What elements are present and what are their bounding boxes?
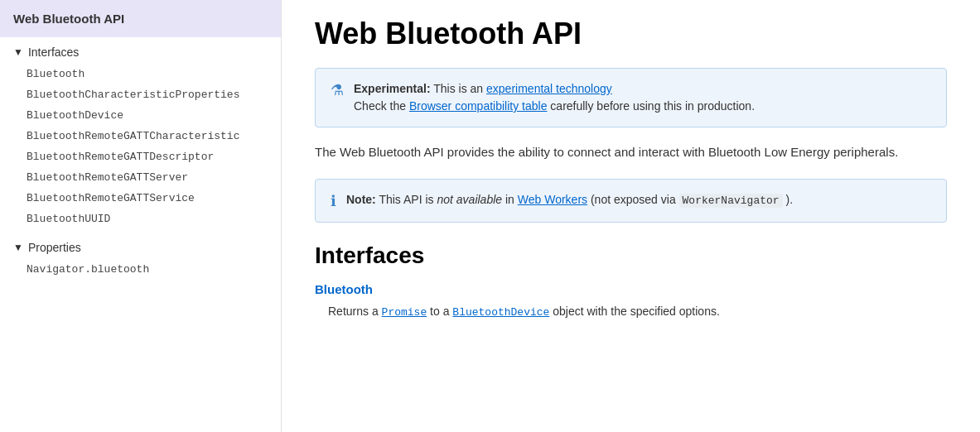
sidebar-section-properties: ▼ Properties Navigator.bluetooth	[0, 233, 281, 283]
info-icon: ℹ	[331, 192, 336, 210]
properties-section-label: Properties	[28, 241, 81, 254]
promise-link[interactable]: Promise	[382, 306, 427, 319]
sidebar-item-bluetooth-device[interactable]: BluetoothDevice	[0, 105, 281, 126]
bluetooth-interface-description: Returns a Promise to a BluetoothDevice o…	[315, 303, 947, 321]
properties-items: Navigator.bluetooth	[0, 259, 281, 280]
browser-compatibility-link[interactable]: Browser compatibility table	[409, 99, 548, 113]
page-title: Web Bluetooth API	[315, 17, 947, 51]
sidebar-item-bluetooth[interactable]: Bluetooth	[0, 64, 281, 84]
interfaces-arrow-icon: ▼	[13, 46, 23, 58]
sidebar-item-bluetooth-uuid[interactable]: BluetoothUUID	[0, 209, 281, 229]
intro-text: The Web Bluetooth API provides the abili…	[315, 142, 947, 162]
properties-arrow-icon: ▼	[13, 242, 23, 253]
sidebar-item-bluetooth-remote-gatt-service[interactable]: BluetoothRemoteGATTService	[0, 188, 281, 209]
interfaces-section-label: Interfaces	[28, 46, 79, 59]
sidebar-item-navigator-bluetooth[interactable]: Navigator.bluetooth	[0, 259, 281, 280]
experimental-callout: ⚗ Experimental: This is an experimental …	[315, 68, 947, 127]
sidebar-item-bluetooth-remote-gatt-server[interactable]: BluetoothRemoteGATTServer	[0, 167, 281, 188]
sidebar-section-interfaces: ▼ Interfaces Bluetooth BluetoothCharacte…	[0, 37, 281, 233]
interfaces-items: Bluetooth BluetoothCharacteristicPropert…	[0, 64, 281, 229]
experimental-technology-link[interactable]: experimental technology	[486, 82, 612, 95]
main-content: Web Bluetooth API ⚗ Experimental: This i…	[282, 0, 980, 432]
interfaces-list: Bluetooth Returns a Promise to a Bluetoo…	[315, 282, 947, 321]
sidebar-item-bluetooth-characteristic-properties[interactable]: BluetoothCharacteristicProperties	[0, 84, 281, 105]
sidebar-title[interactable]: Web Bluetooth API	[0, 0, 281, 37]
note-callout-text: Note: This API is not available in Web W…	[346, 191, 793, 209]
experimental-label: Experimental: This is an experimental te…	[354, 82, 612, 95]
beaker-icon: ⚗	[331, 81, 344, 99]
bluetooth-interface-link[interactable]: Bluetooth	[315, 282, 947, 296]
experimental-callout-text: Experimental: This is an experimental te…	[354, 80, 755, 115]
sidebar-item-bluetooth-remote-gatt-descriptor[interactable]: BluetoothRemoteGATTDescriptor	[0, 146, 281, 167]
sidebar-item-bluetooth-remote-gatt-characteristic[interactable]: BluetoothRemoteGATTCharacteristic	[0, 126, 281, 146]
web-workers-link[interactable]: Web Workers	[518, 193, 587, 206]
note-text-body: This API is not available in Web Workers…	[379, 193, 793, 206]
experimental-suffix: Check the Browser compatibility table ca…	[354, 99, 755, 113]
bluetooth-device-link[interactable]: BluetoothDevice	[452, 306, 549, 319]
properties-section-header[interactable]: ▼ Properties	[0, 236, 281, 259]
note-callout: ℹ Note: This API is not available in Web…	[315, 179, 947, 223]
sidebar: Web Bluetooth API ▼ Interfaces Bluetooth…	[0, 0, 282, 432]
interfaces-section-header[interactable]: ▼ Interfaces	[0, 41, 281, 64]
note-label: Note:	[346, 193, 376, 206]
interfaces-heading: Interfaces	[315, 242, 947, 269]
